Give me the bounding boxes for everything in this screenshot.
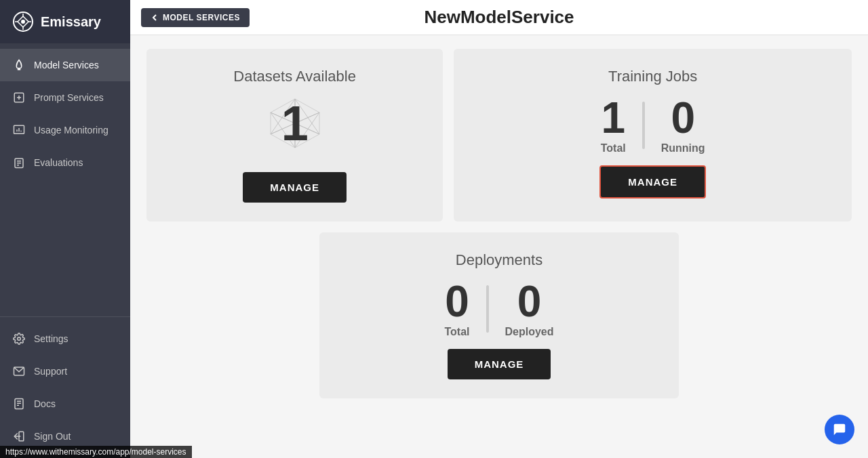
deployments-total-value: 0 [445, 280, 469, 323]
deployments-manage-button[interactable]: MANAGE [448, 349, 551, 379]
sidebar-item-model-services[interactable]: Model Services [0, 49, 130, 81]
deployments-deployed-stat: 0 Deployed [505, 280, 554, 338]
gear-icon [12, 332, 26, 346]
rocket-icon [12, 58, 26, 72]
main-content: Datasets Available [130, 35, 868, 458]
sidebar-item-docs[interactable]: Docs [0, 388, 130, 420]
envelope-icon [12, 365, 26, 378]
datasets-manage-button[interactable]: MANAGE [243, 172, 347, 203]
training-running-value: 0 [671, 96, 695, 140]
sidebar: Emissary Model Services Prompt Servi [0, 0, 130, 458]
training-total-value: 1 [601, 96, 625, 140]
datasets-visual: 1 [268, 96, 322, 150]
sidebar-item-settings[interactable]: Settings [0, 322, 130, 355]
training-manage-button[interactable]: MANAGE [599, 165, 706, 199]
sidebar-bottom: Settings Support Docs [0, 316, 130, 458]
bottom-cards-row: Deployments 0 Total 0 Deployed MANAGE [146, 232, 852, 398]
deployments-deployed-label: Deployed [505, 326, 554, 338]
deployments-total-label: Total [444, 326, 469, 338]
chevron-left-icon [151, 14, 159, 22]
app-name: Emissary [41, 14, 101, 30]
deployments-total-stat: 0 Total [444, 280, 469, 338]
logo-area: Emissary [0, 0, 130, 43]
training-running-stat: 0 Running [661, 96, 705, 154]
sidebar-item-prompt-services[interactable]: Prompt Services [0, 81, 130, 114]
chart-icon [12, 123, 26, 137]
deployments-card: Deployments 0 Total 0 Deployed MANAGE [319, 232, 679, 398]
sidebar-item-label: Evaluations [34, 157, 83, 168]
datasets-count: 1 [281, 96, 309, 151]
topbar: MODEL SERVICES NewModelService [130, 0, 868, 35]
training-total-stat: 1 Total [601, 96, 626, 154]
svg-point-1 [21, 20, 25, 24]
main-area: MODEL SERVICES NewModelService Datasets … [130, 0, 868, 458]
emissary-logo-icon [12, 11, 34, 33]
back-button-label: MODEL SERVICES [163, 13, 240, 22]
deployments-deployed-value: 0 [517, 280, 542, 323]
signout-icon [12, 430, 26, 443]
sidebar-item-label: Support [34, 366, 67, 377]
datasets-card-title: Datasets Available [233, 68, 356, 85]
top-cards-row: Datasets Available [146, 49, 852, 222]
training-stats: 1 Total 0 Running [601, 96, 705, 154]
chat-bubble-button[interactable] [825, 415, 854, 444]
chat-icon [832, 422, 847, 437]
clipboard-icon [12, 156, 26, 169]
svg-point-19 [18, 337, 21, 341]
sidebar-item-label: Sign Out [34, 431, 71, 442]
sidebar-item-label: Docs [34, 398, 56, 409]
sidebar-nav: Model Services Prompt Services [0, 43, 130, 316]
page-title: NewModelService [424, 7, 574, 28]
sidebar-item-usage-monitoring[interactable]: Usage Monitoring [0, 114, 130, 146]
training-running-label: Running [661, 142, 705, 154]
sidebar-item-support[interactable]: Support [0, 355, 130, 388]
datasets-card: Datasets Available [146, 49, 443, 222]
training-card: Training Jobs 1 Total 0 Running MANAGE [454, 49, 852, 222]
sidebar-item-label: Settings [34, 333, 68, 344]
deployments-card-title: Deployments [456, 251, 542, 269]
sidebar-item-label: Prompt Services [34, 92, 104, 103]
sidebar-item-label: Usage Monitoring [34, 125, 108, 136]
deployments-stats: 0 Total 0 Deployed [444, 280, 553, 338]
url-bar: https://www.withemissary.com/app/model-s… [0, 446, 192, 458]
back-button[interactable]: MODEL SERVICES [141, 8, 250, 27]
sidebar-item-evaluations[interactable]: Evaluations [0, 146, 130, 179]
training-total-label: Total [601, 142, 626, 154]
plus-square-icon [12, 91, 26, 104]
sidebar-item-label: Model Services [34, 60, 99, 70]
deployments-divider [486, 285, 489, 333]
training-card-title: Training Jobs [608, 68, 697, 85]
document-icon [12, 397, 26, 411]
training-divider [642, 102, 645, 149]
